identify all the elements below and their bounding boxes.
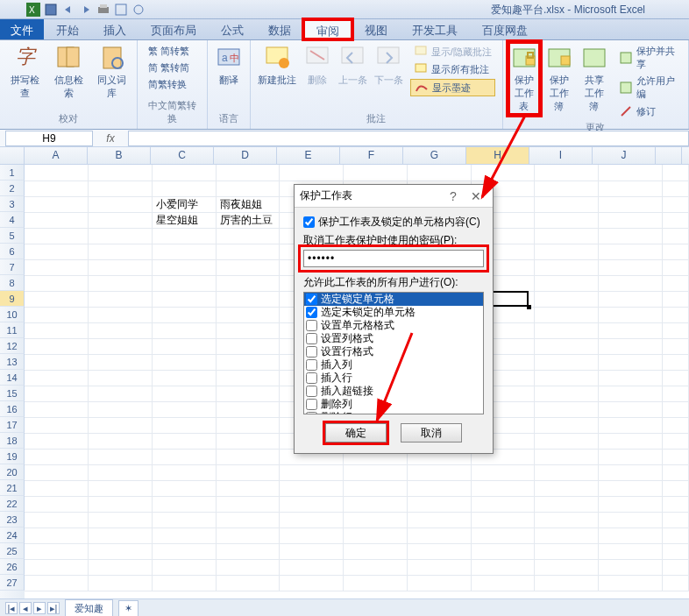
cell-B20[interactable] [89, 464, 153, 480]
cell-I16[interactable] [535, 401, 599, 417]
cell-G21[interactable] [407, 480, 471, 496]
cell-I27[interactable] [535, 575, 599, 591]
cell-B4[interactable] [89, 212, 153, 228]
formula-input[interactable] [128, 131, 689, 146]
cell-C27[interactable] [152, 575, 216, 591]
cell-20[interactable] [662, 464, 688, 480]
cell-H20[interactable] [471, 464, 535, 480]
cell-I5[interactable] [535, 228, 599, 244]
cell-I18[interactable] [535, 433, 599, 449]
row-header-2[interactable]: 2 [0, 181, 25, 196]
cell-I19[interactable] [535, 449, 599, 464]
col-header-E[interactable]: E [277, 147, 340, 164]
cell-J4[interactable] [598, 212, 662, 228]
row-header-27[interactable]: 27 [0, 575, 25, 591]
row-header-17[interactable]: 17 [0, 417, 25, 433]
cell-D3[interactable]: 雨夜姐姐 [216, 196, 280, 212]
cell-H27[interactable] [471, 575, 535, 591]
cell-D12[interactable] [216, 338, 280, 354]
cell-E22[interactable] [280, 496, 344, 512]
cell-C14[interactable] [152, 370, 216, 386]
row-header-26[interactable]: 26 [0, 559, 25, 575]
cell-10[interactable] [662, 307, 688, 322]
tab-data[interactable]: 数据 [256, 19, 303, 39]
cell-J1[interactable] [598, 165, 662, 181]
cell-J24[interactable] [598, 527, 662, 543]
cell-C3[interactable]: 小爱同学 [152, 196, 216, 212]
cell-A1[interactable] [25, 165, 89, 181]
cell-A27[interactable] [25, 575, 89, 591]
cell-B6[interactable] [89, 244, 153, 259]
cell-J7[interactable] [598, 259, 662, 275]
cell-B21[interactable] [89, 480, 153, 496]
cell-A2[interactable] [25, 181, 89, 196]
cell-A12[interactable] [25, 338, 89, 354]
cell-J10[interactable] [598, 307, 662, 322]
row-header-3[interactable]: 3 [0, 196, 25, 212]
cell-C5[interactable] [152, 228, 216, 244]
cell-F26[interactable] [344, 559, 408, 575]
dialog-close-button[interactable]: ✕ [465, 189, 487, 203]
qat-icon[interactable] [131, 3, 146, 17]
tab-view[interactable]: 视图 [352, 19, 400, 39]
cell-J21[interactable] [598, 480, 662, 496]
cell-C20[interactable] [152, 464, 216, 480]
cell-B25[interactable] [89, 543, 153, 559]
perm-item[interactable]: 选定未锁定的单元格 [304, 306, 483, 319]
col-header-G[interactable]: G [403, 147, 466, 164]
cell-D19[interactable] [216, 449, 280, 464]
cell-G25[interactable] [407, 543, 471, 559]
s2t-button[interactable]: 繁 简转繁 [145, 44, 193, 59]
perm-item[interactable]: 插入列 [304, 358, 483, 372]
cell-J23[interactable] [598, 512, 662, 527]
cell-J16[interactable] [598, 401, 662, 417]
sheet-nav-prev[interactable]: ◂ [19, 602, 32, 614]
cell-J14[interactable] [598, 370, 662, 386]
cell-14[interactable] [662, 370, 688, 386]
row-header-6[interactable]: 6 [0, 244, 25, 259]
row-header-1[interactable]: 1 [0, 165, 25, 181]
cell-B2[interactable] [89, 181, 153, 196]
tab-home[interactable]: 开始 [44, 19, 91, 39]
cell-C23[interactable] [152, 512, 216, 527]
cell-H23[interactable] [471, 512, 535, 527]
cell-I15[interactable] [535, 386, 599, 401]
cell-J22[interactable] [598, 496, 662, 512]
cell-C26[interactable] [152, 559, 216, 575]
cell-B11[interactable] [89, 322, 153, 338]
cell-1[interactable] [662, 165, 688, 181]
cell-H1[interactable] [471, 165, 535, 181]
cell-D1[interactable] [216, 165, 280, 181]
cell-G26[interactable] [407, 559, 471, 575]
col-header-I[interactable]: I [529, 147, 593, 164]
cell-A4[interactable] [25, 212, 89, 228]
cell-15[interactable] [662, 386, 688, 401]
col-header-A[interactable]: A [25, 147, 88, 164]
cell-C11[interactable] [152, 322, 216, 338]
cell-A25[interactable] [25, 543, 89, 559]
cell-I24[interactable] [535, 527, 599, 543]
cell-C24[interactable] [152, 527, 216, 543]
cell-A24[interactable] [25, 527, 89, 543]
fx-label[interactable]: fx [93, 132, 128, 145]
row-header-13[interactable]: 13 [0, 354, 25, 370]
password-input[interactable] [303, 250, 484, 267]
new-comment-button[interactable]: 新建批注 [258, 44, 296, 87]
cell-A17[interactable] [25, 417, 89, 433]
cell-J19[interactable] [598, 449, 662, 464]
cell-I6[interactable] [535, 244, 599, 259]
cell-J26[interactable] [598, 559, 662, 575]
delete-comment-button[interactable]: 删除 [303, 44, 331, 87]
sheet-nav-first[interactable]: |◂ [5, 602, 18, 614]
row-header-23[interactable]: 23 [0, 512, 25, 527]
cell-C16[interactable] [152, 401, 216, 417]
cell-A21[interactable] [25, 480, 89, 496]
row-header-10[interactable]: 10 [0, 307, 25, 322]
cell-G24[interactable] [407, 527, 471, 543]
undo-icon[interactable] [61, 3, 75, 17]
cell-H24[interactable] [471, 527, 535, 543]
cell-F25[interactable] [344, 543, 408, 559]
cell-D10[interactable] [216, 307, 280, 322]
cell-F21[interactable] [344, 480, 408, 496]
cell-C19[interactable] [152, 449, 216, 464]
